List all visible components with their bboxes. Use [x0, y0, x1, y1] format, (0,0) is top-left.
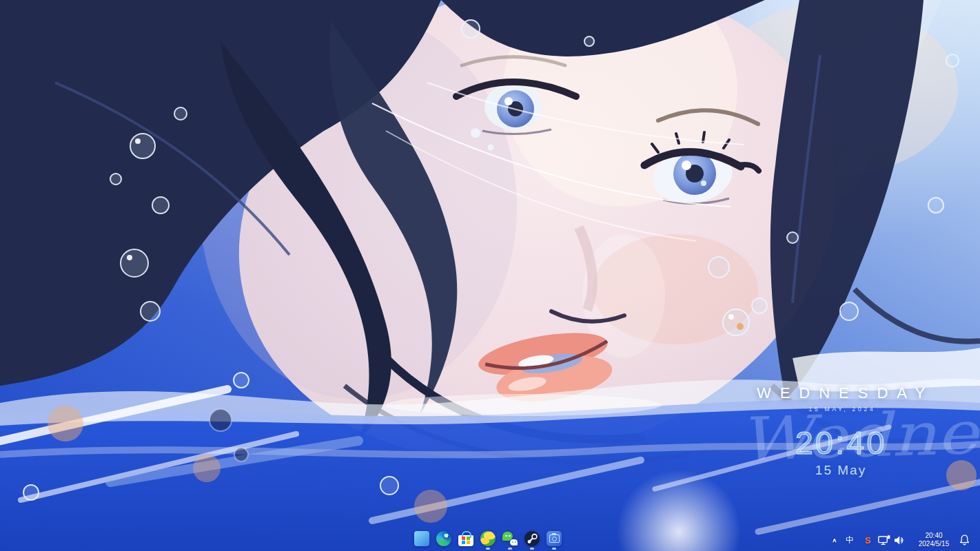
- volume-icon[interactable]: [892, 529, 908, 551]
- taskbar-item-edge[interactable]: [433, 529, 455, 551]
- steam-icon: [524, 531, 540, 546]
- taskbar: ∧ 中 S 20:40 2024/5/15: [0, 529, 980, 551]
- start-icon: [414, 531, 429, 546]
- running-indicator: [508, 548, 512, 550]
- widget-date-short: 15 May: [717, 463, 965, 478]
- globe-browser-icon: [480, 531, 496, 546]
- tray-overflow-chevron[interactable]: ∧: [828, 531, 841, 549]
- ime-indicator[interactable]: 中: [841, 529, 859, 551]
- taskbar-item-steam[interactable]: [521, 529, 543, 551]
- widget-time: 20:40: [717, 424, 965, 461]
- tray-date: 2024/5/15: [919, 540, 950, 548]
- taskbar-item-screen-capture[interactable]: [543, 529, 565, 551]
- running-indicator: [530, 548, 534, 550]
- tray-clock[interactable]: 20:40 2024/5/15: [914, 529, 954, 551]
- start-button[interactable]: [411, 529, 433, 551]
- system-tray: ∧ 中 S 20:40 2024/5/15: [828, 529, 973, 551]
- running-indicator: [486, 548, 490, 550]
- running-indicator: [552, 548, 556, 550]
- tray-time: 20:40: [925, 532, 942, 540]
- clock-widget: WEDNESDAY 15 MAY, 2024 20:40 15 May: [717, 384, 965, 478]
- taskbar-item-globe-browser[interactable]: [477, 529, 499, 551]
- network-icon[interactable]: [877, 529, 892, 551]
- notification-bell-icon[interactable]: [955, 529, 973, 551]
- taskbar-item-microsoft-store[interactable]: [455, 529, 477, 551]
- widget-day-label: WEDNESDAY: [717, 384, 965, 402]
- wechat-icon: [502, 531, 518, 546]
- screen-capture-icon: [547, 531, 562, 546]
- microsoft-store-icon: [458, 531, 473, 546]
- widget-date-caption: 15 MAY, 2024: [717, 406, 965, 413]
- s-app-tray-icon[interactable]: S: [859, 529, 877, 551]
- taskbar-app-group: [411, 529, 565, 551]
- edge-icon: [436, 531, 451, 546]
- taskbar-item-wechat[interactable]: [499, 529, 521, 551]
